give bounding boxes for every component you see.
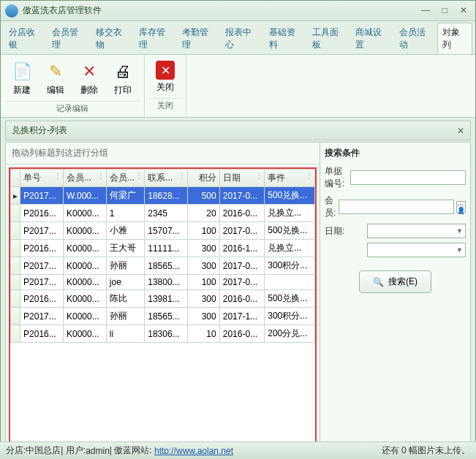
tab-member-mgmt[interactable]: 会员管理 <box>47 23 90 54</box>
data-table: 单号⋮ 会员...⋮ 会员...⋮ 联系...⋮ 积分⋮ 日期⋮ 事件⋮ ▸P2… <box>10 169 315 343</box>
status-user: admin <box>86 446 110 456</box>
tab-reports[interactable]: 报表中心 <box>220 23 263 54</box>
search-title: 搜索条件 <box>325 147 466 159</box>
status-bar: 分店: 中国总店 | 用户: admin | 傲蓝网站: http://www.… <box>0 441 476 459</box>
tab-transfer[interactable]: 移交衣物 <box>91 23 134 54</box>
delete-label: 删除 <box>80 84 98 96</box>
window-title: 傲蓝洗衣店管理软件 <box>23 4 414 17</box>
row-header-col <box>11 170 20 187</box>
search-icon: 🔍 <box>373 277 384 287</box>
search-button-label: 搜索(E) <box>388 276 418 288</box>
table-row[interactable]: P2016...K0000...陈比13981...3002016-0...50… <box>11 290 315 308</box>
tab-master-data[interactable]: 基础资料 <box>264 23 307 54</box>
table-row[interactable]: P2017...K0000...孙丽18565...3002017-0...30… <box>11 257 315 275</box>
col-vip[interactable]: 会员...⋮ <box>63 170 106 187</box>
chevron-down-icon: ▼ <box>456 246 463 254</box>
status-branch: 中国总店 <box>26 444 61 457</box>
close-icon: ✕ <box>156 61 175 80</box>
tab-activity[interactable]: 会员活动 <box>394 23 437 54</box>
delete-icon: ✕ <box>78 61 100 83</box>
date-to-combo[interactable]: ▼ <box>367 243 466 257</box>
tab-mall[interactable]: 商城设置 <box>350 23 393 54</box>
col-pts[interactable]: 积分⋮ <box>188 170 220 187</box>
label-date: 日期: <box>325 225 367 238</box>
table-row[interactable]: P2016...K0000...12345202016-0...兑换立... <box>11 205 315 222</box>
col-evt[interactable]: 事件⋮ <box>265 170 315 187</box>
print-label: 打印 <box>114 84 132 96</box>
table-row[interactable]: ▸P2017...W.000...何梁广18628...5002017-0...… <box>11 187 315 205</box>
edit-label: 编辑 <box>47 84 64 96</box>
status-site-link[interactable]: http://www.aolan.net <box>154 446 233 456</box>
table-row[interactable]: P2017...K0000...孙丽18565...3002017-1...30… <box>11 308 315 325</box>
doc-no-input[interactable] <box>350 170 466 185</box>
ribbon: 📄 新建 ✎ 编辑 ✕ 删除 🖨 打印 记录编辑 ✕ 关闭 关闭 <box>1 55 475 118</box>
app-logo-icon <box>5 4 18 18</box>
new-button[interactable]: 📄 新建 <box>8 59 36 98</box>
member-picker-button[interactable]: …👤 <box>456 201 466 213</box>
chevron-down-icon: ▼ <box>456 227 463 235</box>
ribbon-group-close: 关闭 <box>149 98 181 113</box>
tab-branch-pos[interactable]: 分店收银 <box>4 23 47 54</box>
status-user-prefix: | 用户: <box>61 444 86 457</box>
delete-button[interactable]: ✕ 删除 <box>75 59 103 98</box>
col-no[interactable]: 单号⋮ <box>20 170 64 187</box>
table-row[interactable]: P2017...K0000...joe13800...1002017-0... <box>11 275 315 290</box>
col-tel[interactable]: 联系...⋮ <box>145 170 188 187</box>
date-from-combo[interactable]: ▼ <box>367 224 466 238</box>
member-input[interactable] <box>339 200 454 214</box>
edit-icon: ✎ <box>45 61 67 83</box>
title-bar: 傲蓝洗衣店管理软件 — □ ✕ <box>1 1 475 21</box>
maximize-button[interactable]: □ <box>437 5 452 17</box>
edit-button[interactable]: ✎ 编辑 <box>42 59 69 98</box>
sub-tab-title: 兑换积分-列表 <box>12 124 67 137</box>
group-hint[interactable]: 拖动列标题到这进行分组 <box>6 143 320 164</box>
ribbon-group-edit: 记录编辑 <box>5 101 140 115</box>
close-tab-button[interactable]: ✕ 关闭 <box>152 59 178 95</box>
close-label: 关闭 <box>156 81 174 94</box>
grid-panel: 拖动列标题到这进行分组 单号⋮ 会员...⋮ 会员...⋮ 联系...⋮ 积分⋮… <box>5 142 320 449</box>
label-doc-no: 单据编号: <box>325 165 350 190</box>
table-row[interactable]: P2016...K0000...王大哥11111...3002016-1...兑… <box>11 240 315 257</box>
sub-tab-close-button[interactable]: ✕ <box>457 126 464 136</box>
tab-object-list[interactable]: 对象列 <box>437 23 472 54</box>
table-row[interactable]: P2016...K0000...li18306...102016-0...200… <box>11 325 315 343</box>
main-tabs: 分店收银 会员管理 移交衣物 库存管理 考勤管理 报表中心 基础资料 工具面板 … <box>1 21 475 55</box>
sub-tab-bar: 兑换积分-列表 ✕ <box>5 121 471 140</box>
print-button[interactable]: 🖨 打印 <box>109 59 137 98</box>
search-panel: 搜索条件 单据编号: 会员: …👤 日期: ▼ ▼ 🔍 搜索(E) <box>320 142 471 449</box>
status-upload: 还有 0 幅图片未上传。 <box>382 444 470 457</box>
col-date[interactable]: 日期⋮ <box>219 170 264 187</box>
tab-attendance[interactable]: 考勤管理 <box>177 23 220 54</box>
minimize-button[interactable]: — <box>418 5 433 17</box>
data-table-wrap: 单号⋮ 会员...⋮ 会员...⋮ 联系...⋮ 积分⋮ 日期⋮ 事件⋮ ▸P2… <box>9 167 317 445</box>
close-window-button[interactable]: ✕ <box>456 5 471 17</box>
status-site-prefix: | 傲蓝网站: <box>110 444 152 457</box>
status-branch-prefix: 分店: <box>6 444 26 457</box>
table-row[interactable]: P2017...K0000...小雅15707...1002017-0...50… <box>11 222 315 240</box>
new-label: 新建 <box>13 84 31 96</box>
tab-tools[interactable]: 工具面板 <box>307 23 350 54</box>
search-button[interactable]: 🔍 搜索(E) <box>359 270 431 293</box>
tab-inventory[interactable]: 库存管理 <box>134 23 177 54</box>
label-member: 会员: <box>325 194 339 219</box>
print-icon: 🖨 <box>112 61 134 83</box>
new-icon: 📄 <box>11 61 33 83</box>
col-name[interactable]: 会员...⋮ <box>106 170 144 187</box>
